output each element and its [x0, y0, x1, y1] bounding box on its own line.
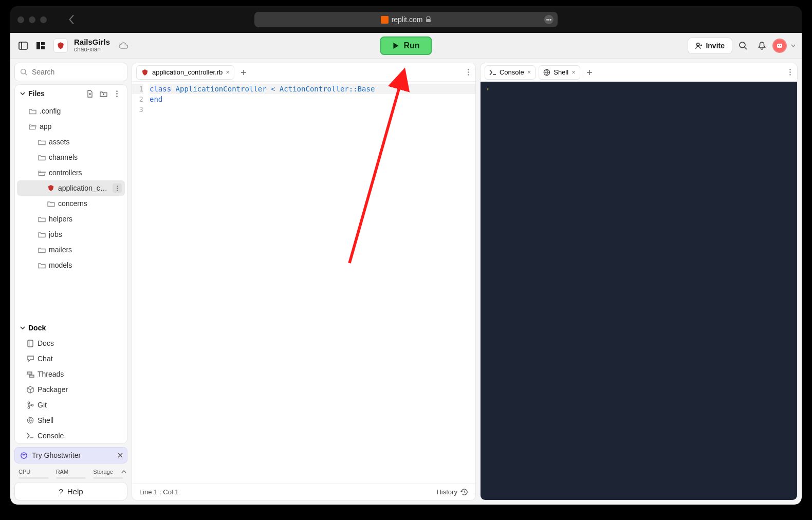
chevron-down-icon[interactable]	[791, 44, 796, 47]
git-icon	[26, 401, 34, 409]
project-info[interactable]: RailsGirls chao-xian	[74, 38, 110, 53]
url-host: replit.com	[392, 15, 423, 24]
folder-icon	[28, 108, 36, 115]
svg-point-28	[468, 71, 469, 73]
sync-status-icon[interactable]	[118, 42, 128, 49]
console-tab[interactable]: Console ×	[485, 65, 536, 80]
folder-icon	[38, 247, 46, 253]
editor-tab[interactable]: application_controller.rb ×	[136, 65, 234, 80]
new-tab-button[interactable]	[237, 66, 250, 79]
code-editor[interactable]: 123 class ApplicationController < Action…	[132, 82, 475, 484]
close-tab-icon[interactable]: ×	[571, 68, 576, 76]
tree-item--config[interactable]: .config	[17, 103, 125, 119]
ruby-icon	[47, 184, 55, 192]
notifications-button[interactable]	[754, 38, 769, 53]
svg-point-27	[468, 69, 469, 70]
tree-item-assets[interactable]: assets	[17, 134, 125, 150]
tree-item-controllers[interactable]: controllers	[17, 165, 125, 180]
ghostwriter-banner[interactable]: Try Ghostwriter	[14, 447, 127, 463]
svg-rect-4	[41, 42, 45, 45]
svg-rect-1	[19, 42, 27, 49]
new-file-button[interactable]	[85, 88, 95, 99]
folder-icon	[38, 262, 46, 269]
console-icon	[26, 433, 34, 439]
close-icon[interactable]	[118, 453, 123, 458]
dock-item-console[interactable]: Console	[15, 428, 127, 443]
dock-item-label: Git	[38, 401, 124, 409]
folder-open-icon	[38, 170, 46, 176]
tree-item-more-button[interactable]	[113, 183, 122, 193]
dock-item-git[interactable]: Git	[15, 397, 127, 413]
panel-toggle-button[interactable]	[16, 39, 30, 52]
svg-rect-9	[777, 44, 782, 48]
console-prompt: ›	[486, 85, 490, 92]
minimize-dot[interactable]	[29, 16, 35, 23]
book-icon	[26, 340, 34, 347]
tree-item-helpers[interactable]: helpers	[17, 211, 125, 227]
dock-label: Dock	[28, 324, 46, 332]
run-button[interactable]: Run	[380, 36, 432, 55]
svg-point-33	[789, 74, 791, 76]
tree-item-app[interactable]: app	[17, 119, 125, 134]
window-controls[interactable]	[17, 16, 47, 23]
dock-item-shell[interactable]: Shell	[15, 413, 127, 428]
tree-item-label: concerns	[58, 199, 122, 208]
cursor-position: Line 1 : Col 1	[139, 488, 179, 496]
dock-header[interactable]: Dock	[15, 320, 127, 336]
new-tab-button[interactable]	[583, 66, 596, 79]
shell-icon	[26, 417, 34, 424]
svg-line-8	[745, 47, 747, 49]
shell-tab-label: Shell	[553, 68, 568, 76]
project-icon	[53, 39, 68, 53]
close-tab-icon[interactable]: ×	[527, 68, 531, 76]
search-input[interactable]	[32, 68, 122, 76]
run-label: Run	[403, 41, 419, 50]
back-button[interactable]	[68, 15, 75, 24]
tree-item-concerns[interactable]: concerns	[17, 196, 125, 211]
svg-point-15	[116, 93, 118, 95]
url-menu-button[interactable]: •••	[544, 15, 553, 24]
invite-button[interactable]: Invite	[688, 38, 732, 54]
history-button[interactable]: History	[436, 488, 468, 496]
tree-item-channels[interactable]: channels	[17, 150, 125, 165]
files-header[interactable]: Files	[15, 85, 127, 102]
close-dot[interactable]	[17, 16, 24, 23]
search-header-button[interactable]	[735, 38, 751, 53]
cpu-label: CPU	[19, 469, 49, 475]
tree-item-models[interactable]: models	[17, 257, 125, 273]
dock-item-packager[interactable]: Packager	[15, 382, 127, 397]
dock-item-threads[interactable]: Threads	[15, 366, 127, 382]
code-content[interactable]: class ApplicationController < ActionCont…	[146, 82, 475, 484]
close-tab-icon[interactable]: ×	[226, 68, 230, 76]
tabs-more-button[interactable]	[466, 69, 471, 76]
console-icon	[489, 69, 496, 76]
tree-item-jobs[interactable]: jobs	[17, 227, 125, 242]
svg-point-12	[21, 69, 26, 73]
bell-icon	[758, 41, 766, 50]
svg-point-11	[780, 45, 781, 46]
tabs-more-button[interactable]	[787, 69, 793, 76]
app-header: RailsGirls chao-xian Run Invite	[10, 33, 802, 59]
svg-point-29	[468, 74, 469, 76]
help-button[interactable]: ? Help	[14, 482, 127, 500]
svg-line-13	[25, 73, 27, 75]
browser-titlebar: replit.com •••	[10, 6, 802, 33]
tree-item-application-co-[interactable]: application_co…	[17, 180, 125, 196]
search-box[interactable]	[14, 63, 127, 81]
resource-meters: CPU RAM Storage	[14, 467, 127, 479]
zoom-dot[interactable]	[40, 16, 47, 23]
folder-icon	[38, 216, 46, 222]
layout-toggle-button[interactable]	[34, 39, 47, 52]
console-output[interactable]: ›	[481, 82, 797, 500]
dock-item-docs[interactable]: Docs	[15, 336, 127, 351]
url-bar[interactable]: replit.com •••	[254, 12, 558, 27]
play-icon	[392, 42, 399, 49]
tree-item-mailers[interactable]: mailers	[17, 242, 125, 257]
shell-tab[interactable]: Shell ×	[539, 65, 580, 80]
new-folder-button[interactable]	[98, 88, 108, 99]
user-avatar[interactable]	[772, 39, 787, 53]
dock-item-chat[interactable]: Chat	[15, 351, 127, 366]
resources-expand-button[interactable]	[121, 470, 126, 474]
files-more-button[interactable]	[112, 88, 122, 99]
ram-label: RAM	[56, 469, 86, 475]
